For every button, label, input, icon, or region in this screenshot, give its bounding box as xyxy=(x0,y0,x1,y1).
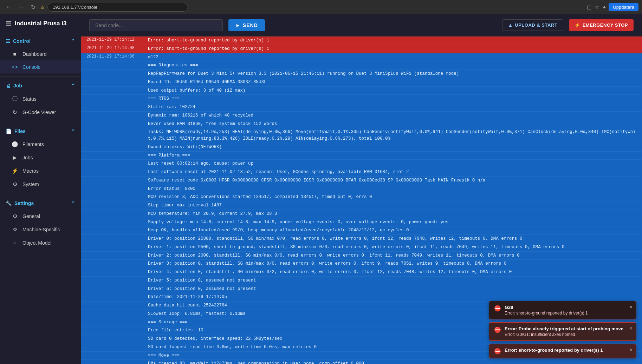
console-row: DMs created 83, maxWait 117478ms, bed co… xyxy=(81,360,642,364)
console-row: Last software reset at 2021-11-02 18:52,… xyxy=(81,168,642,177)
sidebar-section-header-job[interactable]: 🖨 Job ⌃ xyxy=(0,79,81,92)
console-timestamp xyxy=(86,352,148,359)
error-circle-icon: ⛔ xyxy=(494,305,501,312)
console-timestamp xyxy=(86,236,148,242)
console-timestamp xyxy=(86,252,148,259)
upload-icon: ▲ xyxy=(508,22,513,28)
sidebar-section-header-settings[interactable]: 🔧 Settings ⌃ xyxy=(0,197,81,210)
console-row: Board ID: JRU50-R196U-D65J0-40KMA-0S03Z-… xyxy=(81,78,642,87)
sidebar-section-header-control[interactable]: ☷ Control ⌃ xyxy=(0,35,81,47)
sidebar-section-header-files[interactable]: 📄 Files ⌃ xyxy=(0,125,81,138)
machine-icon: ⚙ xyxy=(11,226,18,233)
sidebar-header: ☰ Industrial Prusa i3 xyxy=(0,14,81,33)
back-button[interactable]: ← xyxy=(4,2,13,12)
console-timestamp xyxy=(86,104,148,111)
console-row: Driver 5: position 0, assumed not presen… xyxy=(81,277,642,285)
console-row: Driver 4: position 0, standstill, SG min… xyxy=(81,268,642,277)
console-timestamp xyxy=(86,219,148,226)
sidebar-item-dashboard[interactable]: ■ Dashboard xyxy=(0,47,81,60)
console-timestamp xyxy=(86,152,148,159)
console-timestamp xyxy=(86,294,148,300)
notification-title-3: Error: short-to-ground reported by drive… xyxy=(505,348,603,353)
browser-icons: ◫ ☆ ● xyxy=(587,4,606,10)
console-row: RepRapFirmware for Duet 3 Mini 5+ versio… xyxy=(81,70,642,78)
forward-button[interactable]: → xyxy=(16,2,26,12)
notification-short: ⛔ Error: short-to-ground reported by dri… xyxy=(489,344,636,358)
console-timestamp xyxy=(86,62,148,69)
sidebar-item-object-model[interactable]: ≡ Object Model xyxy=(0,236,81,249)
console-row: Owned mutexes: WiFi(NETWORK) xyxy=(81,143,642,152)
sidebar-item-jobs[interactable]: ▶ Jobs xyxy=(0,151,81,164)
console-timestamp: 2021-11-29 17:14:08 xyxy=(86,46,148,52)
reload-button[interactable]: ↻ xyxy=(29,2,38,12)
sidebar-section-settings: 🔧 Settings ⌃ ⚙ General ⚙ Machine-Specifi… xyxy=(0,196,81,251)
emergency-stop-button[interactable]: ⚡ EMERGENCY STOP xyxy=(569,19,634,31)
sidebar: ☰ Industrial Prusa i3 ☷ Control ⌃ ■ Dash… xyxy=(0,14,81,364)
chevron-up-icon-settings: ⌃ xyxy=(71,200,75,206)
console-timestamp xyxy=(86,211,148,217)
chevron-up-icon: ⌃ xyxy=(71,38,75,44)
browser-bar: ← → ↻ ⚠ 192.168.1.77/Console ◫ ☆ ● Uppda… xyxy=(0,0,642,14)
console-row: Driver 3: position 0, standstill, SG min… xyxy=(81,260,642,268)
profile-icon: ● xyxy=(603,4,606,10)
chevron-up-icon-files: ⌃ xyxy=(71,128,75,134)
console-message: === RTOS === xyxy=(148,95,636,102)
console-timestamp: 2021-11-29 17:14:06 xyxy=(86,54,148,61)
notification-close-btn[interactable]: × xyxy=(629,304,633,310)
file-icon: 📄 xyxy=(6,128,12,134)
console-row: Supply voltage: min 14.8, current 14.8, … xyxy=(81,218,642,227)
console-timestamp xyxy=(86,302,148,309)
sidebar-item-machine-specific[interactable]: ⚙ Machine-Specific xyxy=(0,223,81,236)
console-timestamp xyxy=(86,194,148,200)
notification-close-btn-3[interactable]: × xyxy=(629,347,633,353)
console-message: Step timer max interval 1487 xyxy=(148,202,636,209)
console-row: MCU revision 3, ADC conversions started … xyxy=(81,193,642,201)
notification-g28: ⛔ G28 Error: short-to-ground reported by… xyxy=(489,301,636,319)
filaments-icon: ⚪ xyxy=(11,141,18,147)
sidebar-item-filaments[interactable]: ⚪ Filaments xyxy=(0,138,81,151)
sidebar-item-gcode-viewer[interactable]: ↻ G-Code Viewer xyxy=(0,106,81,119)
console-timestamp xyxy=(86,260,148,267)
send-code-input[interactable] xyxy=(89,19,223,31)
console-message: RepRapFirmware for Duet 3 Mini 5+ versio… xyxy=(148,71,636,77)
console-timestamp xyxy=(86,319,148,326)
console-timestamp xyxy=(86,277,148,284)
update-button[interactable]: Uppdatera xyxy=(609,3,638,11)
console-row: 2021-11-29 17:14:12Error: short-to-groun… xyxy=(81,37,642,45)
sidebar-item-console[interactable]: <> Console xyxy=(0,60,81,73)
console-timestamp xyxy=(86,360,148,364)
console-row: === RTOS === xyxy=(81,95,642,103)
sidebar-section-control: ☷ Control ⌃ ■ Dashboard <> Console xyxy=(0,33,81,75)
chevron-up-icon-job: ⌃ xyxy=(71,83,75,88)
console-timestamp xyxy=(86,344,148,351)
upload-start-button[interactable]: ▲ UPLOAD & START xyxy=(502,19,563,31)
console-message: Error status: 0x00 xyxy=(148,186,636,192)
console-timestamp xyxy=(86,336,148,342)
console-message: Error: short-to-ground reported by drive… xyxy=(148,37,636,44)
console-row: Error status: 0x00 xyxy=(81,185,642,193)
hamburger-icon[interactable]: ☰ xyxy=(6,20,11,27)
console-timestamp xyxy=(86,169,148,176)
console-row: MCU temperature: min 20.9, current 27.9,… xyxy=(81,210,642,218)
console-row: Static ram: 102724 xyxy=(81,103,642,112)
console-timestamp xyxy=(86,121,148,127)
console-row: Never used RAM 31860, free system stack … xyxy=(81,120,642,128)
send-button[interactable]: ► SEND xyxy=(228,19,265,31)
console-row: 2021-11-29 17:14:08Error: short-to-groun… xyxy=(81,45,642,53)
console-timestamp xyxy=(86,186,148,192)
notification-body-2: Error: G0/G1: insufficient axes homed xyxy=(505,332,623,337)
url-bar[interactable]: 192.168.1.77/Console xyxy=(47,3,188,12)
console-message: Driver 6: position 0, assumed not presen… xyxy=(148,286,636,292)
console-timestamp xyxy=(86,202,148,209)
sidebar-item-macros[interactable]: ⚡ Macros xyxy=(0,164,81,178)
console-row: Software reset code 0x0003 HFSR 0x000000… xyxy=(81,177,642,185)
notification-title-2: Error: Probe already triggered at start … xyxy=(505,326,623,331)
sidebar-item-status[interactable]: ⓘ Status xyxy=(0,92,81,106)
notification-close-btn-2[interactable]: × xyxy=(629,325,633,332)
sidebar-section-files: 📄 Files ⌃ ⚪ Filaments ▶ Jobs ⚡ Macros ⚙ … xyxy=(0,124,81,192)
sidebar-item-system[interactable]: ⚙ System xyxy=(0,178,81,191)
console-row: === Platform === xyxy=(81,152,642,160)
console-timestamp xyxy=(86,129,148,142)
console-message: Driver 5: position 0, assumed not presen… xyxy=(148,277,636,284)
sidebar-item-general[interactable]: ⚙ General xyxy=(0,210,81,223)
